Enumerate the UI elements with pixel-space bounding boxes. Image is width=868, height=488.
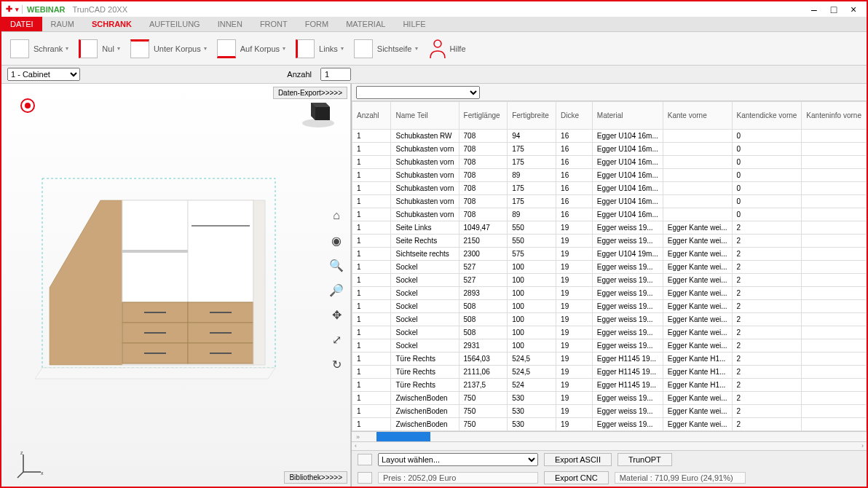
- table-cell[interactable]: 2: [732, 392, 802, 405]
- table-cell[interactable]: Egger H1145 19...: [592, 379, 663, 392]
- table-row[interactable]: 1Seite Links1049,4755019Egger weiss 19..…: [352, 221, 867, 235]
- table-row[interactable]: 1Sockel289310019Egger weiss 19...Egger K…: [352, 287, 867, 300]
- table-cell[interactable]: Egger Kante H1...: [663, 366, 732, 379]
- table-cell[interactable]: 2137,5: [459, 379, 508, 392]
- col-fertigbreite[interactable]: Fertigbreite: [508, 102, 556, 130]
- table-cell[interactable]: Egger U104 16m...: [592, 208, 663, 221]
- table-cell[interactable]: Egger weiss 19...: [592, 221, 663, 235]
- col-dicke[interactable]: Dicke: [556, 102, 593, 130]
- bibliothek-button[interactable]: Bibliothek>>>>>: [284, 471, 347, 484]
- table-row[interactable]: 1Sockel52710019Egger weiss 19...Egger Ka…: [352, 261, 867, 274]
- table-row[interactable]: 1Sockel52710019Egger weiss 19...Egger Ka…: [352, 274, 867, 287]
- table-cell[interactable]: Türe Rechts: [391, 379, 459, 392]
- table-cell[interactable]: 19: [556, 366, 593, 379]
- table-cell[interactable]: 530: [508, 392, 556, 405]
- 3d-viewport[interactable]: Daten-Export>>>>>: [1, 84, 351, 487]
- table-cell[interactable]: [802, 169, 867, 182]
- table-cell[interactable]: 1: [352, 208, 391, 221]
- table-cell[interactable]: Seite Links: [391, 221, 459, 235]
- table-cell[interactable]: 16: [556, 143, 593, 156]
- table-cell[interactable]: Egger weiss 19...: [592, 274, 663, 287]
- table-cell[interactable]: 524,5: [508, 366, 556, 379]
- table-cell[interactable]: 550: [508, 235, 556, 248]
- col-anzahl[interactable]: Anzahl: [352, 102, 391, 130]
- table-cell[interactable]: [663, 195, 732, 208]
- table-cell[interactable]: 750: [459, 418, 508, 431]
- table-cell[interactable]: [802, 130, 867, 143]
- table-cell[interactable]: Egger weiss 19...: [592, 235, 663, 248]
- horizontal-scrollbar[interactable]: ‹ ›: [352, 441, 867, 450]
- table-cell[interactable]: 2: [732, 221, 802, 235]
- table-cell[interactable]: 2: [732, 379, 802, 392]
- table-cell[interactable]: 508: [459, 313, 508, 326]
- table-row[interactable]: 1Schubkasten vorn7088916Egger U104 16m..…: [352, 169, 867, 182]
- table-cell[interactable]: [802, 208, 867, 221]
- table-cell[interactable]: Egger weiss 19...: [592, 300, 663, 313]
- table-cell[interactable]: Egger weiss 19...: [592, 392, 663, 405]
- table-cell[interactable]: Schubkasten RW: [391, 130, 459, 143]
- table-cell[interactable]: Egger U104 16m...: [592, 130, 663, 143]
- col-kantendicke[interactable]: Kantendicke vorne: [732, 102, 802, 130]
- table-cell[interactable]: 16: [556, 169, 593, 182]
- table-cell[interactable]: 508: [459, 326, 508, 339]
- table-cell[interactable]: 708: [459, 195, 508, 208]
- table-cell[interactable]: 2: [732, 366, 802, 379]
- table-cell[interactable]: 2: [732, 274, 802, 287]
- qat-dropdown-icon[interactable]: ▾: [15, 6, 19, 13]
- table-cell[interactable]: 2: [732, 248, 802, 261]
- rotate-icon[interactable]: ↻: [328, 356, 344, 372]
- table-cell[interactable]: 1: [352, 326, 391, 339]
- table-cell[interactable]: Egger U104 16m...: [592, 195, 663, 208]
- table-cell[interactable]: 708: [459, 130, 508, 143]
- table-cell[interactable]: 708: [459, 208, 508, 221]
- table-cell[interactable]: [802, 248, 867, 261]
- table-cell[interactable]: 100: [508, 313, 556, 326]
- table-cell[interactable]: 16: [556, 156, 593, 169]
- eye-view-icon[interactable]: ◉: [328, 232, 344, 248]
- table-cell[interactable]: 19: [556, 235, 593, 248]
- table-cell[interactable]: [663, 130, 732, 143]
- table-cell[interactable]: 100: [508, 326, 556, 339]
- table-row[interactable]: 1Sockel50810019Egger weiss 19...Egger Ka…: [352, 300, 867, 313]
- table-cell[interactable]: 530: [508, 418, 556, 431]
- table-cell[interactable]: 16: [556, 130, 593, 143]
- table-row[interactable]: 1Schubkasten vorn7088916Egger U104 16m..…: [352, 208, 867, 221]
- table-cell[interactable]: [802, 221, 867, 235]
- table-cell[interactable]: [802, 313, 867, 326]
- table-cell[interactable]: 2: [732, 339, 802, 353]
- table-row[interactable]: 1Schubkasten vorn70817516Egger U104 16m.…: [352, 143, 867, 156]
- table-cell[interactable]: [802, 339, 867, 353]
- table-cell[interactable]: 19: [556, 300, 593, 313]
- table-cell[interactable]: ZwischenBoden: [391, 405, 459, 418]
- table-cell[interactable]: 2: [732, 326, 802, 339]
- tab-form[interactable]: FORM: [296, 17, 337, 31]
- table-cell[interactable]: Seite Rechts: [391, 235, 459, 248]
- table-cell[interactable]: 19: [556, 287, 593, 300]
- filter-select[interactable]: [356, 86, 480, 99]
- table-cell[interactable]: 550: [508, 221, 556, 235]
- table-cell[interactable]: Egger U104 16m...: [592, 182, 663, 195]
- table-cell[interactable]: Egger U104 16m...: [592, 143, 663, 156]
- layout-prev-button[interactable]: [358, 454, 372, 465]
- close-button[interactable]: ×: [845, 3, 862, 16]
- table-cell[interactable]: Egger Kante H1...: [663, 379, 732, 392]
- tab-raum[interactable]: RAUM: [42, 17, 83, 31]
- table-cell[interactable]: [663, 182, 732, 195]
- table-cell[interactable]: [802, 274, 867, 287]
- table-cell[interactable]: 0: [732, 182, 802, 195]
- table-cell[interactable]: Egger Kante wei...: [663, 313, 732, 326]
- table-cell[interactable]: 2: [732, 353, 802, 366]
- table-cell[interactable]: Sockel: [391, 274, 459, 287]
- table-cell[interactable]: 1: [352, 379, 391, 392]
- zoom-out-icon[interactable]: 🔎: [328, 282, 344, 298]
- table-cell[interactable]: Egger Kante wei...: [663, 235, 732, 248]
- table-cell[interactable]: [802, 156, 867, 169]
- table-cell[interactable]: Egger H1145 19...: [592, 353, 663, 366]
- cabinet-selector[interactable]: 1 - Cabinet: [7, 68, 80, 81]
- table-cell[interactable]: [802, 300, 867, 313]
- table-cell[interactable]: 575: [508, 248, 556, 261]
- table-cell[interactable]: 100: [508, 274, 556, 287]
- table-cell[interactable]: [802, 287, 867, 300]
- table-cell[interactable]: 1: [352, 261, 391, 274]
- table-cell[interactable]: 19: [556, 248, 593, 261]
